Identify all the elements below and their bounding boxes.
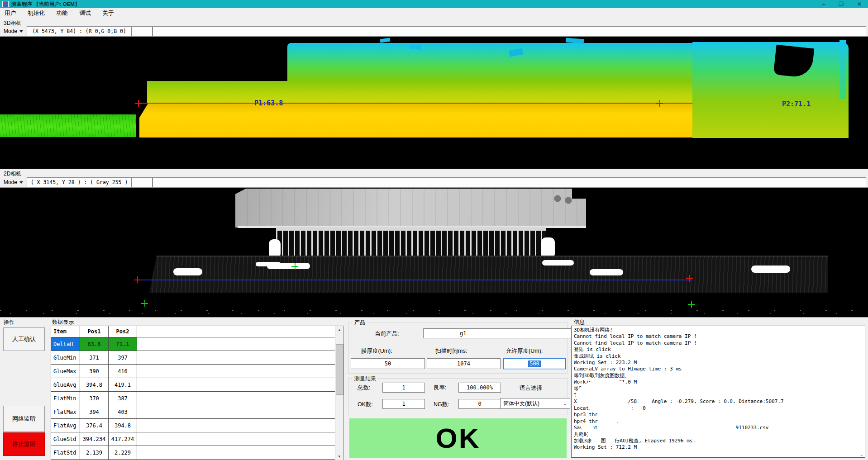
2d-mode-dropdown[interactable]: Mode xyxy=(0,177,27,187)
cell-pos1[interactable]: 394 xyxy=(80,405,109,418)
data-display-label: 数据显示 xyxy=(52,318,74,326)
menu-item-debug[interactable]: 调试 xyxy=(80,9,91,17)
language-select[interactable]: 简体中文(默认) ⌄ xyxy=(500,398,570,409)
cell-pos1[interactable]: 394.234 xyxy=(80,432,109,446)
total-field[interactable]: 1 xyxy=(382,383,425,393)
total-label: 总数: xyxy=(358,384,370,392)
col-header-pos2: Pos2 xyxy=(109,326,137,337)
cell-pos1[interactable]: 63.8 xyxy=(80,337,109,351)
cell-pos2[interactable]: 394.8 xyxy=(109,419,137,432)
3d-mode-dropdown[interactable]: Mode xyxy=(0,26,27,36)
scan-time-label: 扫描时间ms: xyxy=(435,347,467,355)
cell-pos1[interactable]: 376.4 xyxy=(80,419,109,432)
redaction-blob xyxy=(425,329,458,337)
scan-time-field[interactable]: 1074 xyxy=(427,358,501,369)
table-row[interactable]: GlueMin 371 397 xyxy=(51,351,343,365)
current-product-label: 当前产品: xyxy=(375,330,399,338)
heightmap-left-strip xyxy=(0,114,136,137)
allow-thickness-field[interactable]: 500 xyxy=(503,358,566,369)
cell-pos2[interactable]: 2.229 xyxy=(109,446,137,459)
network-listen-button[interactable]: 网络监听 xyxy=(3,406,45,432)
right-red-cross xyxy=(686,275,693,282)
yield-field[interactable]: 100.000% xyxy=(458,383,501,393)
3d-camera-viewport[interactable]: P1:63.8 P2:71.1 xyxy=(0,36,868,169)
product-label: 产品 xyxy=(353,319,367,327)
cell-item[interactable]: FlatMax xyxy=(51,405,80,418)
cell-item[interactable]: GlueMin xyxy=(51,351,80,364)
green-cross-3 xyxy=(688,301,695,308)
cell-pos1[interactable]: 370 xyxy=(80,392,109,405)
table-scrollbar[interactable]: ▲ ▼ xyxy=(335,326,343,460)
cell-pos1[interactable]: 390 xyxy=(80,365,109,378)
table-row[interactable]: FlatMin 370 387 xyxy=(51,392,343,405)
menu-item-function[interactable]: 功能 xyxy=(57,9,68,17)
p1-annotation: P1:63.8 xyxy=(254,99,283,107)
pcb-board xyxy=(235,189,586,228)
menu-item-user[interactable]: 用户 xyxy=(5,9,16,17)
info-scroll-down-icon[interactable]: ⌄ xyxy=(860,452,863,457)
table-row[interactable]: GlueAvg 394.8 419.1 xyxy=(51,378,343,392)
film-thickness-label: 膜厚度(Um): xyxy=(361,347,392,355)
ng-count-field[interactable]: 0 xyxy=(458,399,501,409)
scroll-down-icon[interactable]: ▼ xyxy=(335,453,343,460)
table-row[interactable]: FlatAvg 376.4 394.8 xyxy=(51,419,343,432)
table-row[interactable]: GlueStd 394.234 417.274 xyxy=(51,432,343,446)
glue-blob-4 xyxy=(751,266,790,273)
green-cross-1 xyxy=(291,263,298,270)
cell-pos2[interactable]: 403 xyxy=(109,405,137,418)
cell-item[interactable]: FlatMin xyxy=(51,392,80,405)
menu-item-about[interactable]: 关于 xyxy=(103,9,114,17)
manual-confirm-button[interactable]: 人工确认 xyxy=(3,327,45,351)
floor-speckle-2 xyxy=(10,313,852,314)
2d-toolbar-box-long xyxy=(153,177,866,187)
cell-item[interactable]: GlueStd xyxy=(51,432,80,446)
cell-item[interactable]: GlueAvg xyxy=(51,378,80,391)
menu-item-init[interactable]: 初始化 xyxy=(28,9,45,17)
cell-pos2[interactable]: 71.1 xyxy=(109,337,137,351)
data-table[interactable]: Item Pos1 Pos2 DeltaH 63.8 71.1 GlueMin … xyxy=(51,326,344,460)
2d-camera-label: 2D相机 xyxy=(4,170,21,178)
measurement-label: 测量结果 xyxy=(353,375,378,383)
cell-pos2[interactable]: 387 xyxy=(109,392,137,405)
mode-dropdown-arrow-icon xyxy=(19,30,23,33)
highlight-bar-2 xyxy=(542,260,574,266)
cell-item[interactable]: FlatAvg xyxy=(51,419,80,432)
ok-count-field[interactable]: 1 xyxy=(382,399,425,409)
cell-pos2[interactable]: 397 xyxy=(109,351,137,364)
2d-camera-viewport[interactable] xyxy=(0,187,868,318)
window-title: 测高程序 【当前用户: OEM】 xyxy=(11,1,80,8)
table-row[interactable]: FlatStd 2.139 2.229 xyxy=(51,446,343,460)
measure-blue-line xyxy=(139,280,692,280)
2d-pixel-status: ( X 3145, Y 28 ) : ( Gray 255 ) xyxy=(27,177,132,187)
table-row[interactable]: GlueMax 390 416 xyxy=(51,365,343,378)
cell-pos2[interactable]: 416 xyxy=(109,365,137,378)
language-selected-value: 简体中文(默认) xyxy=(503,400,539,408)
table-row[interactable]: FlatMax 394 403 xyxy=(51,405,343,419)
cell-pos1[interactable]: 394.8 xyxy=(80,378,109,391)
scrollbar-thumb[interactable] xyxy=(336,344,343,395)
cell-item[interactable]: FlatStd xyxy=(51,446,80,459)
p1-marker-cross xyxy=(135,100,142,107)
cell-pos2[interactable]: 419.1 xyxy=(109,378,137,391)
measurement-groupbox: 测量结果 xyxy=(348,378,568,415)
3d-toolbar-box-small xyxy=(132,26,153,36)
table-row[interactable]: DeltaH 63.8 71.1 xyxy=(51,337,343,351)
cell-item[interactable]: GlueMax xyxy=(51,365,80,378)
scroll-up-icon[interactable]: ▲ xyxy=(335,326,343,334)
title-bar: 测高程序 【当前用户: OEM】 – ❐ ✕ xyxy=(0,0,868,8)
ok-count-label: OK数: xyxy=(358,401,373,408)
cell-item[interactable]: DeltaH xyxy=(51,337,80,351)
minimize-button[interactable]: – xyxy=(822,0,825,8)
cell-pos1[interactable]: 2.139 xyxy=(80,446,109,459)
maximize-button[interactable]: ❐ xyxy=(839,0,844,8)
stop-listen-button[interactable]: 停止监听 xyxy=(3,432,45,456)
cell-pos2[interactable]: 417.274 xyxy=(109,432,137,446)
cell-pos1[interactable]: 371 xyxy=(80,351,109,364)
allow-thickness-label: 允许厚度(Um): xyxy=(506,347,543,355)
redaction-blob xyxy=(581,424,594,431)
app-icon[interactable] xyxy=(2,1,9,7)
col-header-item: Item xyxy=(51,326,80,337)
close-button[interactable]: ✕ xyxy=(857,0,862,8)
operation-label: 操作 xyxy=(4,318,14,326)
film-thickness-field[interactable]: 50 xyxy=(351,358,425,369)
